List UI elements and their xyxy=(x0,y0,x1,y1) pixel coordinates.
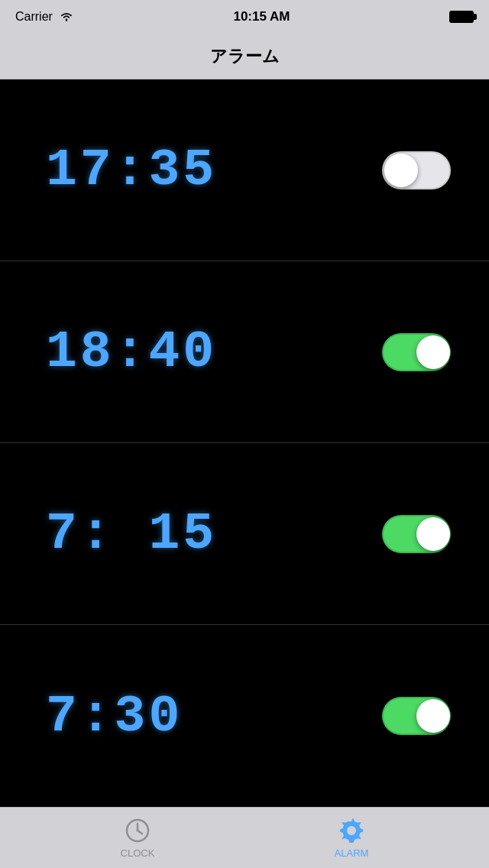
wifi-icon xyxy=(59,11,74,22)
alarm-row-4: 7:30 xyxy=(0,625,489,807)
toggle-knob-2 xyxy=(416,335,450,369)
svg-point-3 xyxy=(347,826,356,835)
status-bar-time: 10:15 AM xyxy=(233,9,290,24)
alarm-time-3: 7: 15 xyxy=(46,504,217,563)
battery-icon xyxy=(449,11,474,23)
alarm-toggle-1[interactable] xyxy=(382,151,451,189)
alarm-toggle-4[interactable] xyxy=(382,697,451,735)
alarm-gear-icon xyxy=(338,817,365,844)
toggle-knob-1 xyxy=(384,154,418,187)
alarm-time-1: 17:35 xyxy=(46,141,217,199)
alarm-row-2: 18:40 xyxy=(0,261,489,443)
tab-alarm[interactable]: ALARM xyxy=(306,817,397,859)
clock-tab-label: CLOCK xyxy=(121,847,155,859)
alarm-toggle-3[interactable] xyxy=(382,515,451,553)
toggle-knob-4 xyxy=(416,699,450,733)
alarm-toggle-2[interactable] xyxy=(382,333,451,371)
toggle-knob-3 xyxy=(416,517,450,551)
carrier-label: Carrier xyxy=(15,10,53,24)
alarm-list: 17:35 18:40 7: 15 7:30 xyxy=(0,79,489,807)
status-bar: Carrier 10:15 AM xyxy=(0,0,489,34)
status-bar-right xyxy=(449,11,474,23)
status-bar-left: Carrier xyxy=(15,10,74,24)
tab-bar: CLOCK ALARM xyxy=(0,807,489,868)
alarm-tab-label: ALARM xyxy=(335,847,369,859)
alarm-time-2: 18:40 xyxy=(46,322,217,381)
page-title: アラーム xyxy=(210,45,280,68)
svg-line-2 xyxy=(138,831,142,834)
tab-clock[interactable]: CLOCK xyxy=(92,817,183,859)
clock-icon xyxy=(124,817,151,844)
alarm-row-1: 17:35 xyxy=(0,79,489,261)
alarm-row-3: 7: 15 xyxy=(0,443,489,625)
nav-bar: アラーム xyxy=(0,34,489,79)
alarm-time-4: 7:30 xyxy=(46,687,183,746)
